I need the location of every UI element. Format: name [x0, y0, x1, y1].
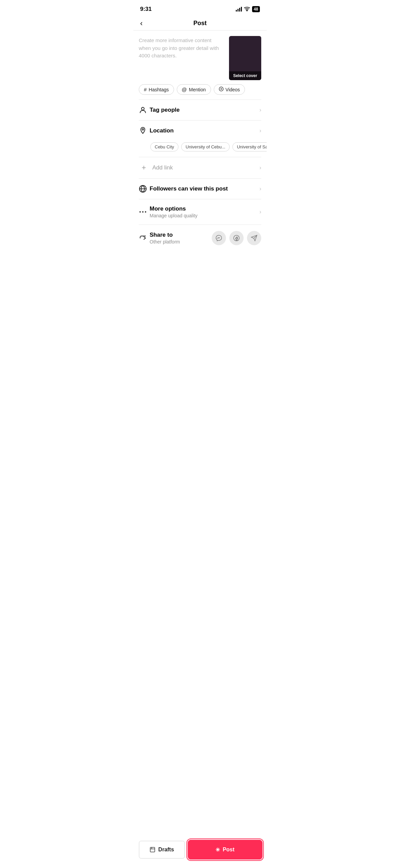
- followers-row[interactable]: Followers can view this post ›: [133, 179, 267, 199]
- share-platforms: [212, 231, 261, 245]
- messenger-button[interactable]: [212, 231, 226, 245]
- tag-people-content: Tag people: [150, 107, 260, 113]
- chevron-right-icon-4: ›: [260, 186, 261, 192]
- battery-icon: 48: [252, 6, 260, 12]
- chevron-right-icon-3: ›: [260, 165, 261, 171]
- svg-point-4: [142, 129, 144, 130]
- share-icon: [139, 234, 150, 242]
- page-title: Post: [193, 20, 207, 27]
- add-link-label: Add link: [152, 164, 256, 171]
- more-options-title: More options: [150, 205, 260, 212]
- location-title: Location: [150, 127, 260, 134]
- status-time: 9:31: [140, 6, 152, 13]
- svg-point-0: [247, 10, 247, 11]
- mention-label: Mention: [189, 87, 206, 92]
- facebook-button[interactable]: [229, 231, 244, 245]
- svg-point-6: [139, 211, 141, 213]
- caption-placeholder[interactable]: Create more informative content when you…: [139, 36, 225, 80]
- svg-point-7: [142, 211, 144, 213]
- hashtag-icon: #: [144, 87, 147, 92]
- share-to-subtitle: Other platform: [150, 239, 212, 245]
- hashtags-chip[interactable]: # Hashtags: [139, 84, 174, 95]
- location-chip-2[interactable]: University of Cebu...: [181, 142, 230, 151]
- wifi-icon: [244, 6, 250, 12]
- telegram-button[interactable]: [247, 231, 261, 245]
- page-header: ‹ Post: [133, 16, 267, 31]
- play-icon: [219, 87, 224, 92]
- mention-chip[interactable]: @ Mention: [177, 84, 211, 95]
- chevron-right-icon-5: ›: [260, 209, 261, 215]
- svg-marker-2: [221, 88, 222, 90]
- location-chip-3[interactable]: University of San C...: [232, 142, 267, 151]
- globe-icon: [139, 185, 150, 193]
- caption-area: Create more informative content when you…: [133, 31, 267, 84]
- location-icon: [139, 127, 150, 135]
- followers-content: Followers can view this post: [150, 185, 260, 192]
- status-bar: 9:31 48: [133, 0, 267, 16]
- bottom-spacer: [133, 251, 267, 272]
- back-button[interactable]: ‹: [140, 19, 142, 28]
- plus-icon: +: [139, 163, 149, 172]
- more-options-row[interactable]: More options Manage upload quality ›: [133, 199, 267, 224]
- svg-point-9: [234, 235, 240, 241]
- status-icons: 48: [236, 6, 260, 12]
- followers-title: Followers can view this post: [150, 185, 260, 192]
- mention-icon: @: [182, 87, 187, 92]
- chevron-right-icon-2: ›: [260, 128, 261, 134]
- hashtags-label: Hashtags: [149, 87, 169, 92]
- share-to-row: Share to Other platform: [133, 225, 267, 251]
- tag-people-title: Tag people: [150, 107, 260, 113]
- svg-point-3: [141, 107, 144, 110]
- location-chip-1[interactable]: Cebu City: [150, 142, 178, 151]
- share-to-title: Share to: [150, 232, 212, 238]
- location-suggestions: Cebu City University of Cebu... Universi…: [133, 141, 267, 157]
- chevron-right-icon: ›: [260, 107, 261, 113]
- location-content: Location: [150, 127, 260, 134]
- more-options-content: More options Manage upload quality: [150, 205, 260, 218]
- add-link-row[interactable]: + Add link ›: [133, 157, 267, 178]
- tag-people-row[interactable]: Tag people ›: [133, 100, 267, 120]
- svg-point-8: [145, 211, 146, 213]
- cover-label: Select cover: [229, 71, 261, 80]
- tag-chips: # Hashtags @ Mention Videos: [133, 84, 267, 100]
- location-row[interactable]: Location ›: [133, 121, 267, 141]
- person-icon: [139, 106, 150, 114]
- share-to-content: Share to Other platform: [150, 232, 212, 245]
- videos-chip[interactable]: Videos: [214, 84, 245, 95]
- signal-icon: [236, 7, 242, 12]
- cover-thumbnail[interactable]: Select cover: [229, 36, 261, 80]
- videos-label: Videos: [226, 87, 240, 92]
- more-options-subtitle: Manage upload quality: [150, 213, 260, 218]
- dots-icon: [139, 208, 150, 216]
